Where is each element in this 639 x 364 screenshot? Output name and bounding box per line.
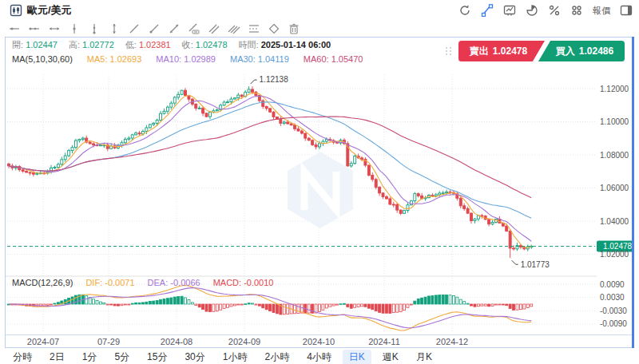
tab-timeframe-2[interactable]: 2日 xyxy=(43,350,71,364)
percent-icon[interactable] xyxy=(548,4,561,17)
drag-handle-icon[interactable] xyxy=(446,47,452,55)
tab-timeframe-6[interactable]: 30分 xyxy=(178,350,211,364)
price-label-line-icon[interactable] xyxy=(188,22,200,35)
header-actions: 報價 xyxy=(458,0,633,21)
panel-layout-icon[interactable] xyxy=(620,4,633,17)
svg-text:1.06000: 1.06000 xyxy=(600,184,629,192)
delete-icon[interactable] xyxy=(288,22,300,35)
horizontal-line-icon[interactable] xyxy=(8,22,21,35)
draw-tools-icon[interactable] xyxy=(481,4,494,17)
extended-horizontal-line-icon[interactable] xyxy=(48,22,61,35)
x-axis-label: 2024-07 xyxy=(27,337,59,346)
parallel-lines-icon[interactable] xyxy=(208,22,220,35)
x-axis-label: 2024-08 xyxy=(161,337,192,346)
low-value: 1.02381 xyxy=(139,40,171,49)
ma5-line xyxy=(9,93,531,248)
svg-text:-0.0090: -0.0090 xyxy=(600,319,627,328)
vertical-line-icon[interactable] xyxy=(68,22,81,35)
tab-timeframe-10[interactable]: 日K xyxy=(343,350,371,364)
pie-chart-icon[interactable] xyxy=(526,4,538,17)
tab-timeframe-11[interactable]: 週K xyxy=(376,350,405,364)
tab-timeframe-7[interactable]: 1小時 xyxy=(216,350,254,364)
buy-label: 買入 xyxy=(556,45,575,58)
candlestick-series xyxy=(8,86,533,258)
tab-timeframe-8[interactable]: 2小時 xyxy=(258,350,296,364)
dea-label: DEA: xyxy=(148,278,169,287)
time-value: 2025-01-14 06:00 xyxy=(261,40,331,49)
quote-panel-toggle[interactable]: 報價 xyxy=(593,5,610,17)
tab-timeframe-12[interactable]: 月K xyxy=(410,350,439,364)
trend-line-icon[interactable] xyxy=(128,22,141,35)
tab-timeframe-3[interactable]: 1分 xyxy=(76,350,104,364)
x-axis-label: 2024-12 xyxy=(436,337,468,346)
apps-grid-icon[interactable] xyxy=(570,4,583,17)
x-axis: 2024-0707-292024-082024-092024-102024-11… xyxy=(6,334,633,349)
sell-button[interactable]: 賣出 1.02478 xyxy=(458,41,545,61)
ma60-label: MA60: xyxy=(304,54,329,64)
tab-timeframe-4[interactable]: 5分 xyxy=(108,350,136,364)
watermark-logo xyxy=(288,152,353,228)
price-chart-svg[interactable]: 1.024781.120001.100001.080001.060001.040… xyxy=(6,66,633,334)
horizontal-ray-icon[interactable] xyxy=(28,22,41,35)
close-label: 收: xyxy=(182,40,193,49)
macd-title: MACD(12,26,9) xyxy=(12,278,73,287)
time-label: 時間: xyxy=(239,40,259,49)
extended-trend-line-icon[interactable] xyxy=(168,22,181,35)
ma10-value: 1.02989 xyxy=(184,54,216,64)
extended-vertical-line-icon[interactable] xyxy=(108,22,121,35)
ma-title: MA(5,10,30,60) xyxy=(12,54,73,64)
ma60-value: 1.05470 xyxy=(331,54,363,64)
high-label: 高: xyxy=(69,40,80,49)
ma30-line xyxy=(9,102,531,218)
svg-text:1.02000: 1.02000 xyxy=(600,250,629,259)
x-axis-label: 2024-09 xyxy=(228,337,260,346)
ray-line-icon[interactable] xyxy=(148,22,161,35)
svg-text:1.10000: 1.10000 xyxy=(600,117,629,126)
ma5-value: 1.02693 xyxy=(110,54,142,64)
x-axis-label: 07-29 xyxy=(97,337,120,346)
svg-text:-0.0030: -0.0030 xyxy=(600,307,627,315)
svg-text:0.0090: 0.0090 xyxy=(600,280,625,289)
eraser-icon[interactable] xyxy=(268,22,280,35)
svg-text:1.12000: 1.12000 xyxy=(600,85,629,93)
trading-app: 歐元/美元 xyxy=(0,0,639,364)
dif-label: DIF: xyxy=(85,278,102,287)
chart-board-icon[interactable] xyxy=(503,4,516,17)
sell-label: 賣出 xyxy=(470,45,489,58)
ma10-label: MA10: xyxy=(156,54,181,64)
sell-price: 1.02478 xyxy=(493,46,527,57)
fibonacci-icon[interactable] xyxy=(248,22,260,35)
macd-value: -0.0010 xyxy=(244,278,273,287)
tab-timeframe-1[interactable]: 分時 xyxy=(6,350,38,364)
tab-timeframe-9[interactable]: 4小時 xyxy=(300,350,338,364)
chart-panel: 開: 1.02447 高: 1.02772 低: 1.02381 收: 1.02… xyxy=(5,37,633,348)
price-axis-labels: 1.120001.100001.080001.060001.040001.020… xyxy=(600,85,629,329)
vertical-ray-icon[interactable] xyxy=(88,22,101,35)
header: 歐元/美元 xyxy=(0,0,639,21)
instrument-icon xyxy=(10,4,22,17)
close-value: 1.02478 xyxy=(196,40,228,49)
dea-value: -0.0066 xyxy=(170,278,200,287)
svg-text:1.01773: 1.01773 xyxy=(521,260,550,269)
open-value: 1.02447 xyxy=(26,40,58,49)
open-label: 開: xyxy=(12,40,23,49)
ma30-label: MA30: xyxy=(230,54,256,64)
ma30-value: 1.04119 xyxy=(258,54,289,64)
svg-text:1.04000: 1.04000 xyxy=(600,217,629,226)
buy-button[interactable]: 買入 1.02486 xyxy=(538,41,625,61)
x-axis-label: 2024-11 xyxy=(368,337,400,346)
parallel-channel-icon[interactable] xyxy=(228,22,240,35)
panel-resizer[interactable] xyxy=(632,37,634,348)
high-value: 1.02772 xyxy=(82,40,114,49)
svg-text:1.12138: 1.12138 xyxy=(260,75,289,84)
instrument[interactable]: 歐元/美元 xyxy=(0,3,72,18)
macd-legend: MACD(12,26,9) DIF: -0.0071 DEA: -0.0066 … xyxy=(12,277,273,288)
macd-label: MACD: xyxy=(213,278,241,287)
timeframe-tabs: 分時2日1分5分15分30分1小時2小時4小時日K週K月K xyxy=(6,350,439,364)
refresh-icon[interactable] xyxy=(458,4,471,17)
svg-text:0.0030: 0.0030 xyxy=(600,293,625,302)
x-axis-label: 2024-10 xyxy=(303,337,335,346)
dif-value: -0.0071 xyxy=(105,278,134,287)
svg-text:1.08000: 1.08000 xyxy=(600,151,629,160)
tab-timeframe-5[interactable]: 15分 xyxy=(141,350,173,364)
